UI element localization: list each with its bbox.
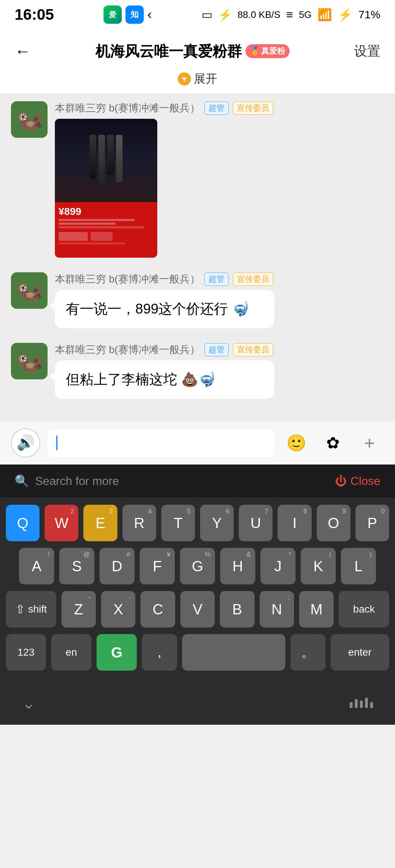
key-O[interactable]: 9 O [317,505,350,541]
key-D[interactable]: # D [99,548,135,584]
g-key[interactable]: G [97,634,137,671]
key-L[interactable]: ) L [341,548,376,584]
num123-key[interactable]: 123 [6,634,46,671]
text-cursor [56,436,57,450]
key-S[interactable]: @ S [59,548,94,584]
badge-super-2: 超管 [204,273,229,286]
key-G[interactable]: % G [180,548,215,584]
product-row-1 [59,219,135,221]
message-content-2: 本群唯三穷 b(赛博冲滩一般兵） 超管 宣传委员 有一说一，899这个价还行 🤿 [55,272,384,328]
period-key[interactable]: 。 [290,634,326,671]
key-L-label: L [354,558,362,575]
en-key[interactable]: en [51,634,91,671]
status-apps: 爱 知 ‹ [104,5,152,24]
plus-button[interactable]: + [355,428,384,458]
product-row-3 [59,226,144,228]
key-X[interactable]: - X [101,591,135,628]
message-content-1: 本群唯三穷 b(赛博冲滩一般兵） 超管 宣传委员 ¥899 [55,101,384,258]
network-icon: 5G [299,9,312,20]
text-input-wrapper[interactable] [48,429,274,457]
key-Z[interactable]: ~ Z [61,591,96,628]
message-image-1[interactable]: ¥899 [55,119,157,258]
battery-icon: ▭ [202,8,212,22]
sender-name-2: 本群唯三穷 b(赛博冲滩一般兵） [55,272,200,286]
key-G-label: G [192,558,203,575]
sticker-icon: ✿ [326,433,340,452]
key-L-sub: ) [369,551,372,558]
message-bubble-2: 有一说一，899这个价还行 🤿 [55,290,274,328]
key-J-label: J [274,558,282,575]
back-button[interactable]: ← [15,42,31,60]
space-key[interactable] [182,634,285,671]
key-A-label: A [32,558,42,575]
shift-icon: ⇧ [15,602,25,616]
search-placeholder: Search for more [35,474,119,488]
chevron-down-icon[interactable]: ⌄ [22,694,35,712]
plus-icon: + [364,432,375,454]
key-Q-label: Q [17,515,29,531]
keyboard-icon [350,698,373,708]
key-I[interactable]: 8 I [278,505,311,541]
voice-button[interactable]: 🔊 [11,428,40,458]
key-V[interactable]: V [180,591,215,628]
shift-label: shift [28,603,47,615]
key-W[interactable]: 2 W [45,505,78,541]
settings-button[interactable]: 设置 [354,42,380,60]
keyboard-close-button[interactable]: ⏻ Close [335,474,380,488]
message-sender-1: 本群唯三穷 b(赛博冲滩一般兵） 超管 宣传委员 [55,101,384,115]
key-Q[interactable]: Q [6,505,40,541]
comma-key[interactable]: ， [142,634,177,671]
key-row-3: ⇧ shift ~ Z - X C V B : N [6,591,389,628]
enter-label: enter [348,647,372,658]
shift-key[interactable]: ⇧ shift [6,591,56,628]
key-U-sub: 7 [264,508,268,515]
sticker-button[interactable]: ✿ [318,428,347,458]
back-key[interactable]: back [339,591,389,628]
key-K[interactable]: ( K [301,548,336,584]
key-W-label: W [54,515,68,531]
enter-key[interactable]: enter [331,634,389,671]
message-2: 本群唯三穷 b(赛博冲滩一般兵） 超管 宣传委员 有一说一，899这个价还行 🤿 [11,272,384,328]
key-N[interactable]: : N [260,591,294,628]
back-arrow-icon: ‹ [147,7,152,22]
key-R-sub: 4 [148,508,152,515]
key-E-sub: 3 [109,508,113,515]
key-row-1: Q 2 W 3 E 4 R 5 T 6 Y 7 [6,505,389,541]
header-title-area: 机海风云唯一真爱粉群 🏅 真爱粉 [31,41,354,61]
key-A[interactable]: ! A [19,548,54,584]
key-F[interactable]: ¥ F [140,548,175,584]
avatar-3 [11,343,48,379]
emoji-button[interactable]: 🙂 [282,428,311,458]
key-U[interactable]: 7 U [239,505,272,541]
key-P[interactable]: 0 P [356,505,389,541]
key-J[interactable]: * J [260,548,296,584]
key-P-sub: 0 [381,508,385,515]
key-H[interactable]: & H [220,548,255,584]
key-O-label: O [328,515,339,531]
key-K-sub: ( [329,551,331,558]
key-G-sub: % [205,551,211,558]
key-M[interactable]: M [299,591,334,628]
key-C-label: C [153,601,163,618]
key-B[interactable]: B [220,591,254,628]
key-N-label: N [271,601,282,618]
header-top-row: ← 机海风云唯一真爱粉群 🏅 真爱粉 设置 [15,37,380,66]
kb-bar-1 [350,702,353,708]
expand-row[interactable]: ▼ 展开 [15,66,380,94]
g-label: G [111,644,122,661]
key-row-2: ! A @ S # D ¥ F % G & H [6,548,389,584]
message-3: 本群唯三穷 b(赛博冲滩一般兵） 超管 宣传委员 但粘上了李楠这坨 💩🤿 [11,343,384,399]
key-E[interactable]: 3 E [83,505,117,541]
badge-super-1: 超管 [204,102,229,115]
key-W-sub: 2 [70,508,74,515]
key-C[interactable]: C [140,591,175,628]
key-T[interactable]: 5 T [161,505,195,541]
battery-percent: 71% [358,8,380,21]
kb-bar-4 [365,698,368,708]
key-F-sub: ¥ [167,551,170,558]
key-H-sub: & [247,551,251,558]
key-A-sub: ! [48,551,50,558]
key-R[interactable]: 4 R [123,505,156,541]
key-Y[interactable]: 6 Y [200,505,234,541]
phones-display [90,135,123,186]
